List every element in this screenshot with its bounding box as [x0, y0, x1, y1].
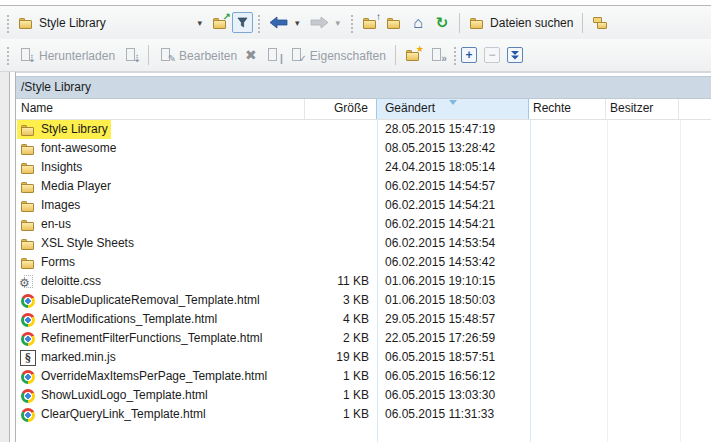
- properties-button[interactable]: ✓ Eigenschaften: [285, 44, 390, 66]
- file-modified: 28.05.2015 15:47:19: [377, 120, 530, 139]
- panel-splitter[interactable]: [0, 72, 16, 442]
- duplicate-icon: »: [429, 47, 445, 63]
- toolbar-grip[interactable]: [5, 45, 9, 65]
- table-row[interactable]: RefinementFilterFunctions_Template.html …: [16, 329, 711, 348]
- file-rights: [530, 310, 607, 329]
- file-size: 1 KB: [305, 405, 377, 424]
- table-row[interactable]: en-us 06.02.2015 14:54:21: [16, 215, 711, 234]
- table-row[interactable]: Forms 06.02.2015 14:53:42: [16, 253, 711, 272]
- download-and-delete-button[interactable]: ⇣: [119, 44, 143, 66]
- file-name: RefinementFilterFunctions_Template.html: [41, 329, 262, 348]
- file-modified: 06.05.2015 18:57:51: [377, 348, 530, 367]
- file-name-cell[interactable]: OverrideMaxItemsPerPage_Template.html: [17, 367, 270, 386]
- back-arrow-icon: [269, 16, 288, 29]
- remote-path-selector[interactable]: Style Library ▾: [14, 12, 208, 34]
- search-files-label: Dateien suchen: [490, 15, 573, 30]
- column-header-rights[interactable]: Rechte: [529, 99, 606, 119]
- download-button[interactable]: ⇣ Herunterladen: [14, 44, 119, 66]
- toolbar-separator: [148, 45, 149, 65]
- table-row[interactable]: DisableDuplicateRemoval_Template.html 3 …: [16, 291, 711, 310]
- column-header-size[interactable]: Größe: [305, 99, 377, 119]
- edit-icon: ✎: [158, 47, 174, 63]
- file-name: Forms: [41, 253, 75, 272]
- remote-path-selector-label: Style Library: [39, 15, 190, 30]
- delete-icon: ✖: [245, 47, 257, 63]
- file-modified: 01.06.2015 18:50:03: [377, 291, 530, 310]
- forward-history-chevron-icon[interactable]: ▾: [334, 18, 343, 28]
- file-name: Style Library: [41, 120, 108, 139]
- file-modified: 22.05.2015 17:26:59: [377, 329, 530, 348]
- column-header-name[interactable]: Name: [16, 99, 305, 119]
- rename-button[interactable]: |: [261, 44, 285, 66]
- table-row[interactable]: AlertModifications_Template.html 4 KB 29…: [16, 310, 711, 329]
- file-rights: [530, 234, 607, 253]
- filter-button[interactable]: [232, 12, 253, 33]
- toolbar-grip[interactable]: [349, 13, 353, 33]
- table-row[interactable]: OverrideMaxItemsPerPage_Template.html 1 …: [16, 367, 711, 386]
- file-name-cell[interactable]: en-us: [17, 215, 74, 234]
- quick-filter-button[interactable]: [507, 47, 523, 63]
- file-size: 3 KB: [305, 291, 377, 310]
- css-icon: [20, 274, 36, 290]
- add-button[interactable]: +: [461, 47, 477, 63]
- file-name-cell[interactable]: Media Player: [17, 177, 114, 196]
- file-name-cell[interactable]: Forms: [17, 253, 78, 272]
- column-header-owner[interactable]: Besitzer: [606, 99, 679, 119]
- file-name-cell[interactable]: font-awesome: [17, 139, 119, 158]
- table-row[interactable]: XSL Style Sheets 06.02.2015 14:53:54: [16, 234, 711, 253]
- file-name-cell[interactable]: XSL Style Sheets: [17, 234, 137, 253]
- open-directory-button[interactable]: ↗: [208, 12, 232, 34]
- file-list[interactable]: Style Library 28.05.2015 15:47:19 font-a…: [16, 120, 711, 442]
- sort-descending-icon: [449, 100, 457, 105]
- home-directory-button[interactable]: ⌂: [406, 12, 430, 34]
- file-rights: [530, 367, 607, 386]
- table-row[interactable]: deloitte.css 11 KB 01.06.2015 19:10:15: [16, 272, 711, 291]
- address-bar[interactable]: /Style Library: [16, 76, 711, 99]
- duplicate-button[interactable]: »: [425, 44, 449, 66]
- table-row[interactable]: ShowLuxidLogo_Template.html 1 KB 06.05.2…: [16, 386, 711, 405]
- remove-button[interactable]: −: [484, 47, 500, 63]
- back-button[interactable]: ▾: [265, 13, 306, 32]
- chevron-down-icon[interactable]: ▾: [195, 18, 204, 28]
- file-name: Media Player: [41, 177, 111, 196]
- file-name-cell[interactable]: RefinementFilterFunctions_Template.html: [17, 329, 265, 348]
- synchronize-browsing-button[interactable]: [588, 12, 612, 34]
- file-name-cell[interactable]: Images: [17, 196, 83, 215]
- table-row[interactable]: marked.min.js 19 KB 06.05.2015 18:57:51: [16, 348, 711, 367]
- plus-icon: +: [465, 49, 472, 61]
- table-row[interactable]: Images 06.02.2015 14:54:21: [16, 196, 711, 215]
- file-name-cell[interactable]: Insights: [17, 158, 85, 177]
- table-row[interactable]: Media Player 06.02.2015 14:54:57: [16, 177, 711, 196]
- edit-button[interactable]: ✎ Bearbeiten: [154, 44, 241, 66]
- forward-button[interactable]: ▾: [306, 13, 347, 32]
- toolbar-grip[interactable]: [5, 13, 9, 33]
- file-rights: [530, 291, 607, 310]
- chrome-icon: [20, 369, 36, 385]
- file-name-cell[interactable]: marked.min.js: [17, 348, 119, 367]
- refresh-button[interactable]: ↻: [430, 12, 454, 34]
- back-history-chevron-icon[interactable]: ▾: [293, 18, 302, 28]
- root-directory-button[interactable]: /: [382, 12, 406, 34]
- file-name-cell[interactable]: deloitte.css: [17, 272, 104, 291]
- parent-directory-button[interactable]: ↑: [358, 12, 382, 34]
- column-header-modified[interactable]: Geändert: [376, 99, 529, 119]
- file-owner: [607, 405, 680, 424]
- file-name-cell[interactable]: AlertModifications_Template.html: [17, 310, 220, 329]
- file-name-cell[interactable]: ClearQueryLink_Template.html: [17, 405, 209, 424]
- table-row[interactable]: Style Library 28.05.2015 15:47:19: [16, 120, 711, 139]
- toolbar-grip[interactable]: [452, 45, 456, 65]
- file-name-cell[interactable]: ShowLuxidLogo_Template.html: [17, 386, 211, 405]
- file-name-cell[interactable]: DisableDuplicateRemoval_Template.html: [17, 291, 263, 310]
- toolbar-grip[interactable]: [256, 13, 260, 33]
- table-row[interactable]: font-awesome 08.05.2015 13:28:42: [16, 139, 711, 158]
- file-name: DisableDuplicateRemoval_Template.html: [41, 291, 260, 310]
- delete-button[interactable]: ✖: [241, 44, 261, 66]
- file-name-cell[interactable]: Style Library: [17, 120, 111, 139]
- file-modified: 01.06.2015 19:10:15: [377, 272, 530, 291]
- file-owner: [607, 272, 680, 291]
- file-owner: [607, 291, 680, 310]
- table-row[interactable]: ClearQueryLink_Template.html 1 KB 06.05.…: [16, 405, 711, 424]
- table-row[interactable]: Insights 24.04.2015 18:05:14: [16, 158, 711, 177]
- new-folder-button[interactable]: ★: [401, 44, 425, 66]
- search-files-button[interactable]: Dateien suchen: [465, 12, 577, 34]
